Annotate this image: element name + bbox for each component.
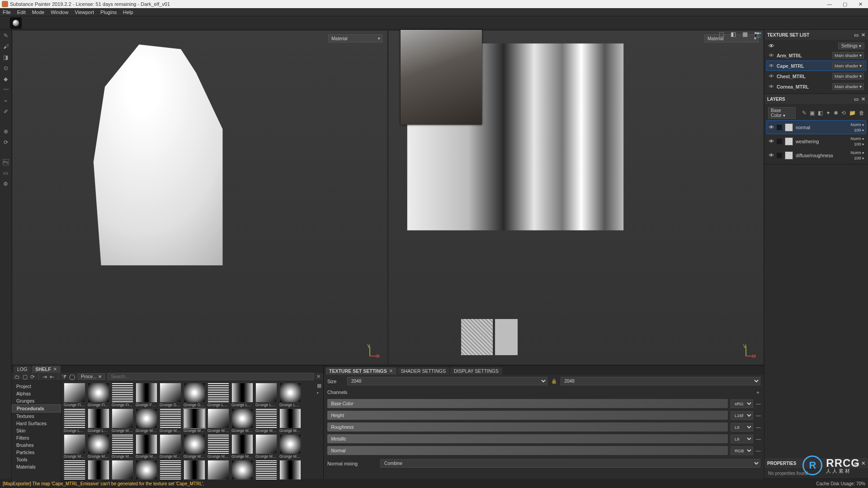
tab-log[interactable]: LOG <box>14 366 31 373</box>
shelf-item[interactable]: Grunge Ma... <box>111 408 134 433</box>
texture-set-settings-dropdown[interactable]: Settings ▾ <box>838 42 864 49</box>
shelf-category[interactable]: Filters <box>12 434 61 441</box>
close-icon[interactable]: ✕ <box>389 369 393 373</box>
window-maximize-button[interactable]: ▢ <box>837 0 853 8</box>
tool-quickmask-icon[interactable]: ⊕ <box>3 128 9 135</box>
menu-help[interactable]: Help <box>123 9 133 15</box>
panel-undock-icon[interactable]: ▭ <box>854 460 859 466</box>
shelf-item[interactable]: Grunge Ma... <box>135 408 158 433</box>
layer-channel-dropdown[interactable]: Base Color ▾ <box>768 107 796 119</box>
visibility-icon[interactable] <box>769 53 774 58</box>
opacity-dropdown[interactable]: 100 <box>854 141 864 146</box>
blend-mode-dropdown[interactable]: Norm <box>851 150 864 155</box>
layer-folder-icon[interactable]: 📁 <box>849 110 856 116</box>
layer-item[interactable]: diffuse/roughnessNorm100 <box>766 148 866 162</box>
window-close-button[interactable]: ✕ <box>853 0 868 8</box>
shelf-home-icon[interactable]: 🗀 <box>14 374 20 380</box>
shelf-category[interactable]: Particles <box>12 449 61 456</box>
channel-name[interactable]: Normal <box>327 446 728 455</box>
shelf-export-icon[interactable]: ⇤ <box>50 374 54 380</box>
viewport-3d2d-icon[interactable]: ⬚ <box>719 31 724 38</box>
shelf-import-icon[interactable]: ⇥ <box>42 374 47 380</box>
shelf-item[interactable]: Grunge Ma... <box>231 434 254 459</box>
menu-file[interactable]: File <box>3 9 11 15</box>
visibility-all-icon[interactable] <box>768 43 774 49</box>
visibility-icon[interactable] <box>769 153 774 158</box>
viewport-perspective-icon[interactable]: ◧ <box>731 31 736 38</box>
blend-mode-dropdown[interactable]: Norm <box>851 136 864 141</box>
shelf-search-clear-icon[interactable]: ✕ <box>316 374 321 380</box>
shader-dropdown[interactable]: Main shader ▾ <box>832 83 864 90</box>
shelf-item[interactable]: Grunge Leaks <box>63 408 86 433</box>
shelf-item[interactable] <box>255 460 278 484</box>
window-minimize-button[interactable]: — <box>822 0 837 8</box>
shelf-item[interactable] <box>111 460 134 484</box>
tool-picker-icon[interactable]: ✐ <box>3 108 9 115</box>
shelf-item[interactable]: Grunge Gal... <box>159 383 182 407</box>
channel-format-select[interactable]: L16F <box>731 411 753 420</box>
channel-format-select[interactable]: RGB16F <box>731 446 753 455</box>
channel-name[interactable]: Roughness <box>327 422 728 432</box>
tab-shelf[interactable]: SHELF✕ <box>32 366 60 373</box>
channel-name[interactable]: Height <box>327 411 728 420</box>
shelf-category[interactable]: Grunges <box>12 397 61 404</box>
tool-eraser-icon[interactable]: ◨ <box>3 54 9 61</box>
panel-close-icon[interactable]: ✕ <box>861 32 865 38</box>
tool-ps-export-icon[interactable]: Ps <box>3 159 9 165</box>
viewport-camera-icon[interactable]: ▦ <box>742 31 748 38</box>
shelf-category[interactable]: Tools <box>12 456 61 463</box>
shelf-filter-icon[interactable]: ⧩ <box>62 374 66 380</box>
remove-channel-button[interactable]: — <box>756 401 760 406</box>
shelf-item[interactable]: Grunge Ma... <box>255 408 278 433</box>
shelf-category[interactable]: Project <box>12 383 61 390</box>
shelf-tag-icon[interactable]: ◯ <box>69 374 75 380</box>
shelf-new-icon[interactable]: ▢ <box>23 374 28 380</box>
tool-brush-icon[interactable]: 🖌 <box>3 43 9 50</box>
tab-texture-set-settings[interactable]: TEXTURE SET SETTINGS✕ <box>326 367 396 375</box>
shelf-category[interactable]: Textures <box>12 413 61 420</box>
shelf-item[interactable]: Grunge Ma... <box>207 408 230 433</box>
opacity-dropdown[interactable]: 100 <box>854 127 864 132</box>
layer-smart-icon[interactable]: ✱ <box>834 110 838 116</box>
shelf-item[interactable]: Grunge Ma... <box>183 434 206 459</box>
channel-name[interactable]: Metallic <box>327 434 728 443</box>
tab-display-settings[interactable]: DISPLAY SETTINGS <box>450 367 502 375</box>
shelf-category[interactable]: Materials <box>12 463 61 470</box>
shelf-category[interactable]: Procedurals <box>12 404 61 413</box>
texture-set-item[interactable]: Arm_MTRLMain shader ▾ <box>766 50 866 61</box>
menu-mode[interactable]: Mode <box>32 9 45 15</box>
menu-window[interactable]: Window <box>51 9 68 15</box>
tool-clone-icon[interactable]: ⌁ <box>3 98 9 104</box>
shelf-item[interactable]: Grunge Lea... <box>255 383 278 407</box>
panel-undock-icon[interactable]: ▭ <box>854 32 859 38</box>
shelf-item[interactable]: Grunge Ma... <box>159 434 182 459</box>
grid-small-icon[interactable]: ▪ <box>317 390 321 395</box>
folder-icon[interactable] <box>777 153 782 158</box>
size-height-select[interactable]: 2048 <box>561 377 761 385</box>
shelf-item[interactable] <box>87 460 110 484</box>
shelf-item[interactable] <box>183 460 206 484</box>
panel-undock-icon[interactable]: ▭ <box>854 96 859 102</box>
panel-close-icon[interactable]: ✕ <box>861 96 865 102</box>
layer-mask-icon[interactable]: ▣ <box>810 110 815 116</box>
menu-viewport[interactable]: Viewport <box>75 9 94 15</box>
shelf-category[interactable]: Alphas <box>12 390 61 397</box>
shelf-item[interactable]: Grunge Lea... <box>279 383 302 407</box>
tool-paint-icon[interactable]: ✎ <box>3 33 9 39</box>
channel-format-select[interactable]: L8 <box>731 423 753 432</box>
shelf-category[interactable]: Skin <box>12 427 61 434</box>
folder-icon[interactable] <box>777 139 782 144</box>
tool-polyfill-icon[interactable]: ◆ <box>3 76 9 82</box>
shelf-filter-chip[interactable]: Proce...✕ <box>78 373 105 380</box>
base-material-button[interactable] <box>10 17 22 29</box>
shelf-item[interactable]: Grunge Ma... <box>87 434 110 459</box>
texture-set-item[interactable]: Cape_MTRLMain shader ▾ <box>766 61 866 71</box>
viewport-3d[interactable]: Material YX <box>13 31 387 364</box>
panel-close-icon[interactable]: ✕ <box>861 460 865 466</box>
texture-set-item[interactable]: Chest_MTRLMain shader ▾ <box>766 71 866 81</box>
shader-dropdown[interactable]: Main shader ▾ <box>832 52 864 59</box>
shelf-item[interactable]: Grunge Ma... <box>135 434 158 459</box>
shelf-item[interactable]: Grunge Lea... <box>87 408 110 433</box>
menu-edit[interactable]: Edit <box>17 9 26 15</box>
shelf-search-input[interactable] <box>108 373 314 380</box>
